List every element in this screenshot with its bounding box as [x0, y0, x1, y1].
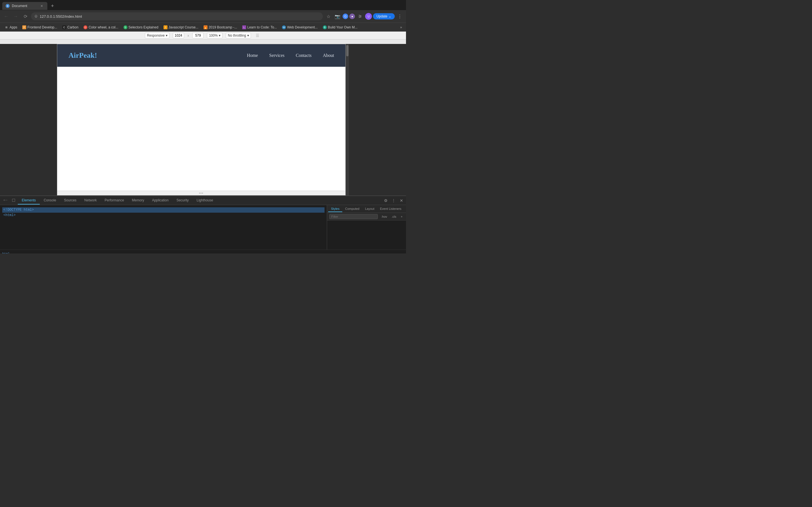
selectors-favicon: S — [123, 25, 128, 29]
styles-tab-computed[interactable]: Computed — [342, 206, 362, 212]
nav-link-home[interactable]: Home — [247, 53, 258, 58]
styles-tab-event-listeners[interactable]: Event Listeners — [377, 206, 404, 212]
throttle-label: No throttling — [228, 34, 246, 38]
site-nav-links: Home Services Contacts About — [247, 53, 334, 58]
scrollbar-thumb[interactable] — [346, 45, 349, 56]
star-icon[interactable]: ☆ — [324, 12, 333, 20]
update-button[interactable]: Update ⌄ — [373, 13, 395, 19]
styles-tabs: Styles Computed Layout Event Listeners — [327, 205, 406, 213]
bookmark-learntocode[interactable]: L Learn to Code: To... — [240, 24, 279, 30]
apps-favicon: ⊞ — [4, 25, 8, 29]
extension-purple-icon[interactable]: ● — [349, 13, 355, 19]
throttle-chevron: ▾ — [247, 34, 249, 38]
screenshot-icon[interactable]: 📷 — [334, 12, 342, 20]
scrollbar[interactable] — [346, 44, 349, 195]
devtools-more-icon[interactable]: ⋮ — [390, 197, 397, 204]
site-logo[interactable]: AirPeak! — [68, 51, 97, 60]
webdev-favicon: W — [282, 25, 286, 29]
active-tab[interactable]: ● Document × — [2, 2, 47, 10]
bookmark-javascript-label: Javascript Course... — [168, 25, 199, 29]
toolbar-icons: ☆ 📷 G ● ⚞ U Update ⌄ ⋮ — [324, 12, 404, 20]
devtools-tabs: ⬸ ☐ Elements Console Sources Network Per… — [0, 196, 406, 205]
devtools-close-icon[interactable]: ✕ — [398, 197, 405, 204]
html-tag: <html> — [3, 213, 15, 217]
cls-button[interactable]: .cls — [391, 214, 398, 219]
styles-filter-input[interactable] — [329, 214, 378, 219]
extensions-icon[interactable]: ⚞ — [356, 12, 364, 20]
nav-link-contacts[interactable]: Contacts — [296, 53, 312, 58]
devtools-tab-console[interactable]: Console — [40, 196, 60, 205]
resize-handle[interactable]: ━━ — [57, 191, 345, 195]
devtools-tab-sources[interactable]: Sources — [60, 196, 80, 205]
devtools-tab-elements[interactable]: Elements — [18, 196, 40, 205]
devtools-actions: ⚙ ⋮ ✕ — [382, 197, 405, 204]
bookmark-colorwheel[interactable]: ⊙ Color wheel, a col... — [81, 24, 120, 30]
bookmark-selectors[interactable]: S Selectors Explained — [121, 24, 161, 30]
styles-tab-styles[interactable]: Styles — [328, 206, 342, 212]
styles-panel: Styles Computed Layout Event Listeners :… — [327, 205, 406, 249]
bookmark-buildyour[interactable]: B Build Your Own M... — [320, 24, 360, 30]
update-button-label: Update — [376, 14, 388, 18]
devtools-tab-memory[interactable]: Memory — [128, 196, 148, 205]
responsive-width-input[interactable] — [173, 33, 184, 38]
throttle-select[interactable]: No throttling ▾ — [226, 33, 251, 38]
bookmark-webdev[interactable]: W Web Development... — [280, 24, 320, 30]
devtools-settings-icon[interactable]: ⚙ — [382, 197, 389, 204]
zoom-select[interactable]: 100% ▾ — [207, 33, 222, 38]
bookmark-colorwheel-label: Color wheel, a col... — [89, 25, 118, 29]
zoom-label: 100% — [209, 34, 218, 38]
dom-path: html — [2, 252, 10, 254]
site-body — [57, 67, 345, 191]
bookmark-webdev-label: Web Development... — [287, 25, 318, 29]
devtools-select-icon[interactable]: ⬸ — [1, 198, 10, 203]
bookmark-apps[interactable]: ⊞ Apps — [2, 24, 19, 30]
hov-button[interactable]: :hov — [380, 214, 388, 219]
bookmark-frontend-label: Frontend Develop... — [28, 25, 57, 29]
new-tab-button[interactable]: + — [49, 2, 56, 10]
styles-toolbar: :hov .cls + — [327, 213, 406, 221]
extension-google-icon[interactable]: G — [343, 13, 348, 19]
devtools-panel: ⬸ ☐ Elements Console Sources Network Per… — [0, 195, 406, 253]
carbon-favicon: C — [62, 25, 66, 29]
responsive-bar: Responsive ▾ x 100% ▾ No throttling ▾ ☰ — [0, 32, 406, 40]
html-line[interactable]: <html> — [2, 213, 324, 218]
back-button[interactable]: ← — [2, 12, 10, 20]
update-chevron-icon: ⌄ — [389, 14, 391, 18]
responsive-mode-select[interactable]: Responsive ▾ — [145, 33, 169, 38]
tab-bar: ● Document × + — [0, 0, 406, 10]
refresh-button[interactable]: ⟳ — [21, 12, 29, 20]
bookmarks-more-button[interactable]: » — [398, 24, 404, 30]
more-menu-icon[interactable]: ⋮ — [396, 12, 404, 20]
devtools-tab-performance[interactable]: Performance — [101, 196, 128, 205]
profile-avatar[interactable]: U — [365, 13, 372, 20]
forward-button[interactable]: → — [12, 12, 20, 20]
sensor-icon[interactable]: ☰ — [254, 32, 261, 39]
bookmark-selectors-label: Selectors Explained — [129, 25, 158, 29]
frontend-favicon: F — [22, 25, 26, 29]
devtools-inspect-icon[interactable]: ☐ — [10, 198, 18, 203]
tab-close-button[interactable]: × — [40, 4, 44, 8]
responsive-mode-chevron: ▾ — [166, 34, 167, 38]
styles-tab-layout[interactable]: Layout — [362, 206, 377, 212]
toolbar: ← → ⟳ 🛈 127.0.0.1:5502/index.html ☆ 📷 G … — [0, 10, 406, 22]
devtools-tab-security[interactable]: Security — [172, 196, 193, 205]
devtools-tab-network[interactable]: Network — [80, 196, 101, 205]
add-style-button[interactable]: + — [400, 214, 404, 219]
tab-favicon: ● — [6, 4, 10, 8]
nav-link-services[interactable]: Services — [269, 53, 285, 58]
bookmark-javascript[interactable]: J Javascript Course... — [161, 24, 201, 30]
bookmark-bootcamp[interactable]: 🔥 2019 Bootcamp -... — [201, 24, 239, 30]
nav-link-about[interactable]: About — [323, 53, 334, 58]
bookmark-apps-label: Apps — [10, 25, 17, 29]
lock-icon: 🛈 — [35, 15, 38, 18]
bookmark-carbon-label: Carbon — [67, 25, 79, 29]
horizontal-ruler — [0, 40, 406, 44]
devtools-tab-lighthouse[interactable]: Lighthouse — [193, 196, 217, 205]
ruler-area — [0, 40, 406, 44]
bookmark-frontend[interactable]: F Frontend Develop... — [20, 24, 59, 30]
site-navbar: AirPeak! Home Services Contacts About — [57, 44, 345, 67]
devtools-tab-application[interactable]: Application — [148, 196, 172, 205]
bookmark-carbon[interactable]: C Carbon — [60, 24, 81, 30]
address-bar[interactable]: 🛈 127.0.0.1:5502/index.html — [31, 12, 323, 20]
responsive-height-input[interactable] — [192, 33, 204, 38]
